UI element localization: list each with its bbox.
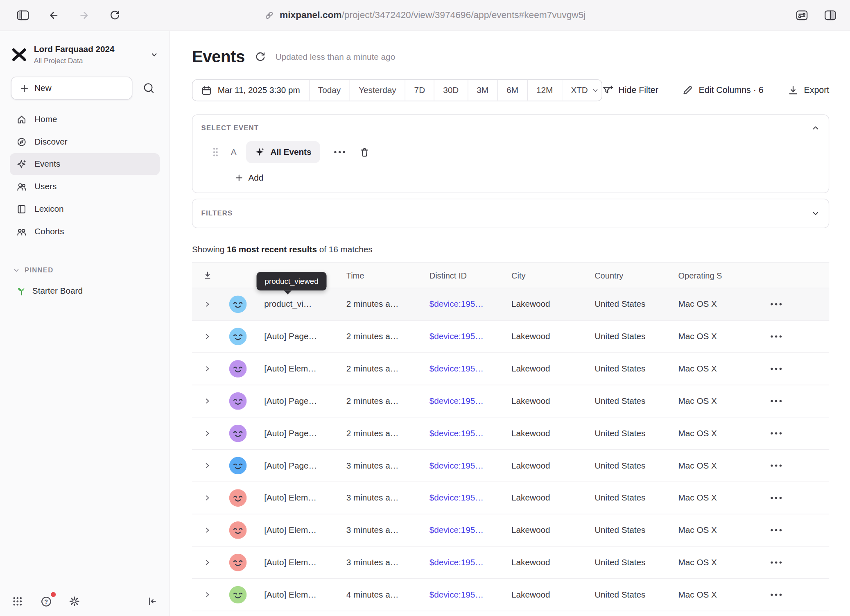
event-name-cell[interactable]: [Auto] Elem… (253, 525, 341, 535)
table-row[interactable] (192, 611, 829, 616)
apps-grid-icon[interactable] (9, 593, 26, 610)
event-name-cell[interactable]: [Auto] Elem… (253, 364, 341, 374)
export-button[interactable]: Export (787, 85, 829, 96)
address-bar[interactable]: mixpanel.com/project/3472420/view/397469… (264, 10, 586, 21)
settings-gear-icon[interactable] (66, 593, 83, 610)
row-actions-button[interactable] (766, 525, 786, 536)
event-selector-chip[interactable]: All Events (246, 141, 320, 163)
row-expander-icon[interactable] (192, 300, 223, 308)
distinct-id-link[interactable]: $device:195… (424, 493, 506, 503)
event-name-cell[interactable]: [Auto] Elem… (253, 557, 341, 567)
sidebar-item-home[interactable]: Home (10, 109, 160, 130)
row-expander-icon[interactable] (192, 591, 223, 599)
row-actions-button[interactable] (766, 331, 786, 342)
row-expander-icon[interactable] (192, 430, 223, 437)
date-picker-button[interactable]: Mar 11, 2025 3:30 pm (192, 80, 309, 101)
new-button[interactable]: New (11, 77, 133, 100)
edit-columns-button[interactable]: Edit Columns · 6 (683, 85, 764, 96)
table-row[interactable]: [Auto] Elem… 2 minutes a… $device:195… L… (192, 353, 829, 385)
row-expander-icon[interactable] (192, 526, 223, 534)
distinct-id-column-header[interactable]: Distinct ID (424, 271, 506, 280)
drag-handle-icon[interactable] (212, 147, 219, 157)
range-30d[interactable]: 30D (434, 80, 467, 101)
row-actions-button[interactable] (766, 557, 786, 568)
expand-filters-icon[interactable] (811, 209, 820, 217)
row-actions-button[interactable] (766, 363, 786, 374)
range-yesterday[interactable]: Yesterday (349, 80, 405, 101)
sidebar-item-lexicon[interactable]: Lexicon (10, 198, 160, 220)
delete-event-icon[interactable] (359, 147, 370, 157)
sidebar-item-cohorts[interactable]: Cohorts (10, 221, 160, 242)
sidebar-item-discover[interactable]: Discover (10, 131, 160, 153)
add-event-button[interactable]: Add (235, 173, 263, 183)
row-actions-button[interactable] (766, 492, 786, 503)
range-7d[interactable]: 7D (405, 80, 434, 101)
collapse-all-rows-icon[interactable] (192, 271, 223, 280)
city-column-header[interactable]: City (506, 271, 589, 280)
search-button[interactable] (138, 77, 160, 99)
reload-icon[interactable] (106, 7, 124, 24)
table-row[interactable]: [Auto] Elem… 3 minutes a… $device:195… L… (192, 514, 829, 547)
sidebar-item-label: Lexicon (34, 204, 63, 214)
row-expander-icon[interactable] (192, 365, 223, 373)
pinned-section-header[interactable]: PINNED (0, 267, 170, 274)
hide-filter-button[interactable]: Hide Filter (602, 85, 658, 96)
collapse-sidebar-icon[interactable] (143, 593, 161, 610)
project-name: Lord Farquaad 2024 (34, 44, 143, 54)
table-row[interactable]: [Auto] Page… 2 minutes a… $device:195… L… (192, 417, 829, 450)
distinct-id-link[interactable]: $device:195… (424, 299, 506, 309)
distinct-id-link[interactable]: $device:195… (424, 364, 506, 374)
event-name-cell[interactable]: [Auto] Elem… (253, 590, 341, 600)
range-6m[interactable]: 6M (497, 80, 527, 101)
event-name-cell[interactable]: [Auto] Page… (253, 461, 341, 471)
event-name-cell[interactable]: [Auto] Page… (253, 428, 341, 438)
table-row[interactable]: [Auto] Elem… 3 minutes a… $device:195… L… (192, 482, 829, 514)
event-name-cell[interactable]: [Auto] Page… (253, 396, 341, 406)
range-xtd[interactable]: XTD (562, 80, 602, 101)
project-switcher[interactable]: Lord Farquaad 2024 All Project Data (0, 31, 170, 65)
event-options-button[interactable] (330, 147, 350, 158)
range-12m[interactable]: 12M (527, 80, 561, 101)
country-column-header[interactable]: Country (589, 271, 673, 280)
table-row[interactable]: [Auto] Page… 2 minutes a… $device:195… L… (192, 321, 829, 353)
row-actions-button[interactable] (766, 589, 786, 600)
sidebar-item-users[interactable]: Users (10, 176, 160, 197)
sidebar-item-starter-board[interactable]: Starter Board (10, 281, 160, 302)
table-row[interactable]: [Auto] Elem… 3 minutes a… $device:195… L… (192, 547, 829, 579)
distinct-id-link[interactable]: $device:195… (424, 428, 506, 438)
distinct-id-link[interactable]: $device:195… (424, 590, 506, 600)
distinct-id-link[interactable]: $device:195… (424, 525, 506, 535)
row-expander-icon[interactable] (192, 397, 223, 405)
event-name-cell[interactable]: product_vi… (253, 299, 341, 309)
browser-settings-icon[interactable] (793, 7, 811, 24)
table-row[interactable]: [Auto] Elem… 4 minutes a… $device:195… L… (192, 579, 829, 611)
sidebar-item-events[interactable]: Events (10, 153, 160, 175)
os-cell: Mac OS X (673, 590, 729, 600)
row-actions-button[interactable] (766, 299, 786, 310)
event-name-cell[interactable]: [Auto] Page… (253, 332, 341, 342)
table-row[interactable]: [Auto] Page… 3 minutes a… $device:195… L… (192, 450, 829, 482)
distinct-id-link[interactable]: $device:195… (424, 332, 506, 342)
back-icon[interactable] (45, 7, 63, 24)
table-row[interactable]: [Auto] Page… 2 minutes a… $device:195… L… (192, 385, 829, 417)
collapse-panel-icon[interactable] (811, 124, 820, 132)
range-3m[interactable]: 3M (468, 80, 497, 101)
split-view-icon[interactable] (822, 7, 839, 24)
os-column-header[interactable]: Operating S (673, 271, 729, 280)
refresh-icon[interactable] (253, 50, 267, 63)
event-name-cell[interactable]: [Auto] Elem… (253, 493, 341, 503)
row-actions-button[interactable] (766, 428, 786, 439)
browser-sidebar-toggle-icon[interactable] (14, 7, 32, 24)
row-expander-icon[interactable] (192, 462, 223, 470)
range-today[interactable]: Today (309, 80, 349, 101)
row-actions-button[interactable] (766, 460, 786, 471)
time-column-header[interactable]: Time (341, 271, 424, 280)
distinct-id-link[interactable]: $device:195… (424, 557, 506, 567)
distinct-id-link[interactable]: $device:195… (424, 461, 506, 471)
row-actions-button[interactable] (766, 396, 786, 407)
help-icon[interactable]: ? (37, 593, 55, 610)
row-expander-icon[interactable] (192, 494, 223, 502)
row-expander-icon[interactable] (192, 559, 223, 566)
row-expander-icon[interactable] (192, 333, 223, 340)
distinct-id-link[interactable]: $device:195… (424, 396, 506, 406)
